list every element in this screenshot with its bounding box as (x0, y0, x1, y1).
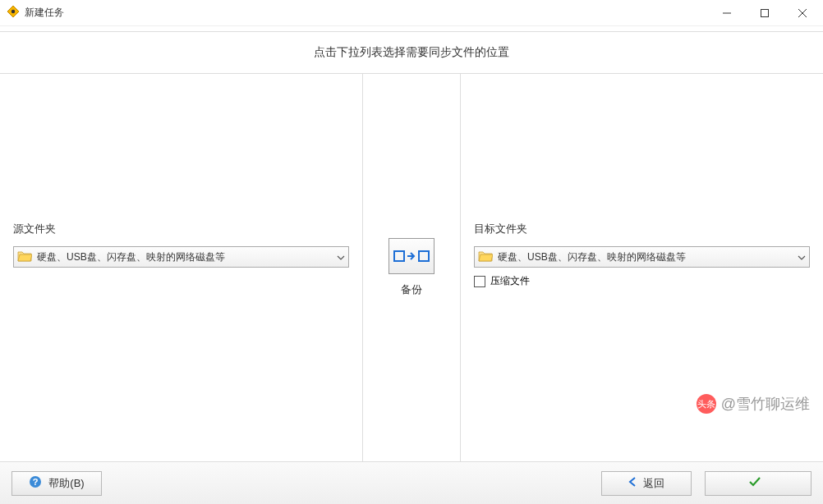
content: 点击下拉列表选择需要同步文件的位置 源文件夹 硬盘、USB盘、闪存盘、映射的网络… (0, 26, 823, 504)
back-arrow-icon (628, 477, 637, 489)
arrow-right-icon (407, 250, 416, 263)
compress-label: 压缩文件 (490, 274, 530, 288)
backup-mode-button[interactable] (389, 238, 434, 274)
source-folder-dropdown[interactable]: 硬盘、USB盘、闪存盘、映射的网络磁盘等 (13, 246, 349, 268)
help-icon: ? (29, 475, 42, 491)
chevron-down-icon (337, 251, 345, 263)
center-panel: 备份 (362, 74, 461, 461)
source-panel: 源文件夹 硬盘、USB盘、闪存盘、映射的网络磁盘等 (0, 74, 362, 461)
compress-checkbox[interactable] (474, 276, 485, 287)
folder-icon (478, 250, 493, 264)
target-dropdown-text: 硬盘、USB盘、闪存盘、映射的网络磁盘等 (498, 250, 798, 264)
target-folder-dropdown[interactable]: 硬盘、USB盘、闪存盘、映射的网络磁盘等 (474, 246, 810, 268)
svg-text:?: ? (33, 477, 39, 487)
source-label: 源文件夹 (13, 222, 56, 236)
confirm-button[interactable] (705, 471, 812, 496)
target-panel: 目标文件夹 硬盘、USB盘、闪存盘、映射的网络磁盘等 压缩文件 (461, 74, 823, 461)
titlebar: 新建任务 (0, 0, 823, 26)
footer: ? 帮助(B) 返回 (0, 461, 823, 504)
source-box-icon (393, 250, 406, 263)
main-area: 源文件夹 硬盘、USB盘、闪存盘、映射的网络磁盘等 (0, 74, 823, 461)
back-button-label: 返回 (643, 476, 664, 491)
folder-icon (17, 250, 32, 264)
source-dropdown-text: 硬盘、USB盘、闪存盘、映射的网络磁盘等 (37, 250, 337, 264)
backup-mode-label: 备份 (389, 282, 434, 297)
instruction-text: 点击下拉列表选择需要同步文件的位置 (0, 31, 823, 74)
app-icon (7, 5, 20, 21)
svg-point-1 (11, 10, 15, 13)
check-icon (749, 477, 761, 489)
svg-rect-6 (394, 251, 404, 261)
window-controls (708, 1, 821, 25)
back-button[interactable]: 返回 (601, 471, 692, 496)
compress-checkbox-row[interactable]: 压缩文件 (474, 274, 530, 288)
maximize-button[interactable] (746, 1, 784, 25)
help-button[interactable]: ? 帮助(B) (11, 471, 102, 496)
svg-rect-8 (419, 251, 429, 261)
help-button-label: 帮助(B) (48, 476, 84, 491)
window-title: 新建任务 (25, 6, 64, 20)
chevron-down-icon (798, 251, 806, 263)
target-label: 目标文件夹 (474, 222, 527, 236)
svg-rect-3 (761, 9, 769, 16)
minimize-button[interactable] (708, 1, 746, 25)
target-box-icon (417, 250, 430, 263)
close-button[interactable] (784, 1, 821, 25)
